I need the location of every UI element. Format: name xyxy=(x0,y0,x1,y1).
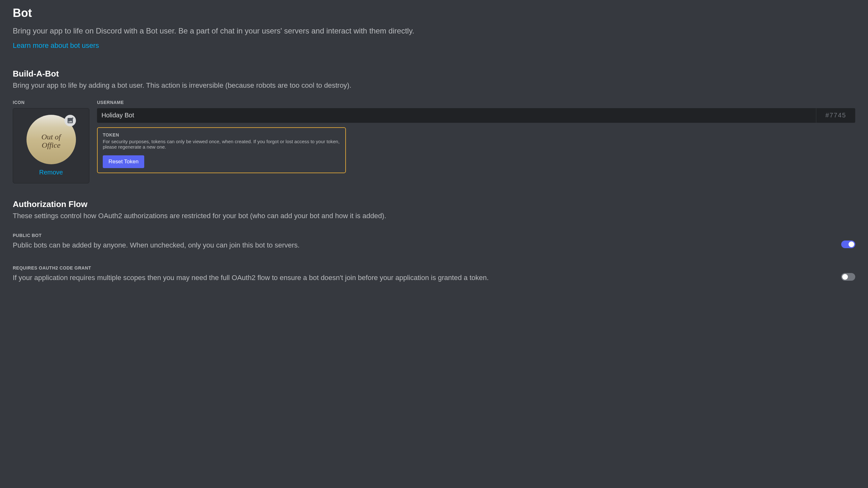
oauth-grant-label: REQUIRES OAUTH2 CODE GRANT xyxy=(13,265,829,270)
icon-field-label: ICON xyxy=(13,100,89,105)
remove-icon-link[interactable]: Remove xyxy=(39,169,63,176)
oauth-grant-description: If your application requires multiple sc… xyxy=(13,274,829,282)
avatar-text: Out of Office xyxy=(39,133,63,150)
learn-more-link[interactable]: Learn more about bot users xyxy=(13,41,99,50)
reset-token-button[interactable]: Reset Token xyxy=(103,155,144,168)
oauth-grant-toggle[interactable] xyxy=(841,273,855,281)
page-title: Bot xyxy=(13,6,855,20)
token-box: TOKEN For security purposes, tokens can … xyxy=(97,127,346,173)
toggle-knob xyxy=(842,274,848,280)
page-description: Bring your app to life on Discord with a… xyxy=(13,26,855,36)
username-input[interactable] xyxy=(97,108,816,123)
build-a-bot-description: Bring your app to life by adding a bot u… xyxy=(13,82,855,90)
public-bot-toggle[interactable] xyxy=(841,240,855,248)
token-label: TOKEN xyxy=(103,132,340,137)
token-description: For security purposes, tokens can only b… xyxy=(103,139,340,150)
public-bot-description: Public bots can be added by anyone. When… xyxy=(13,241,829,250)
username-field-label: USERNAME xyxy=(97,100,855,105)
public-bot-label: PUBLIC BOT xyxy=(13,233,829,238)
username-discriminator: #7745 xyxy=(816,108,855,123)
auth-flow-description: These settings control how OAuth2 author… xyxy=(13,212,855,220)
icon-upload-box[interactable]: Out of Office Remove xyxy=(13,108,89,184)
auth-flow-title: Authorization Flow xyxy=(13,199,855,209)
build-a-bot-title: Build-A-Bot xyxy=(13,69,855,79)
toggle-knob xyxy=(848,241,854,247)
upload-image-icon[interactable] xyxy=(64,115,76,126)
